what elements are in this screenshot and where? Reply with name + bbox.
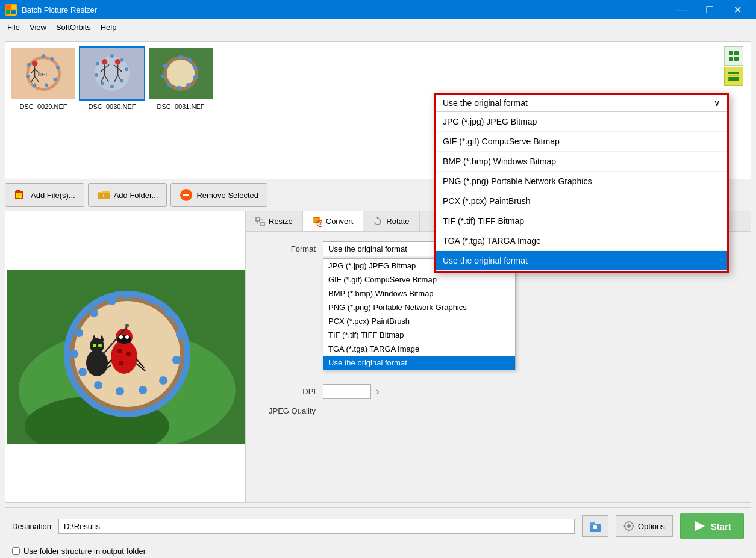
large-dd-item-2[interactable]: BMP (*.bmp) Windows Bitmap <box>436 152 727 172</box>
svg-rect-2 <box>6 10 10 14</box>
small-dropdown-list[interactable]: JPG (*.jpg) JPEG Bitmap GIF (*.gif) Comp… <box>323 258 516 370</box>
svg-rect-110 <box>256 217 260 221</box>
sidebar-right-icons <box>724 46 743 86</box>
svg-point-15 <box>51 57 54 61</box>
dpi-input[interactable] <box>323 384 371 399</box>
large-dd-item-4[interactable]: PCX (*.pcx) PaintBrush <box>436 191 727 211</box>
image-thumb-1[interactable]: DSC_0030.NEF <box>79 46 145 110</box>
svg-point-124 <box>628 521 630 523</box>
dd-item-5[interactable]: TIF (*.tif) TIFF Bitmap <box>323 328 515 342</box>
dd-item-4[interactable]: PCX (*.pcx) PaintBrush <box>323 314 515 328</box>
browse-button[interactable] <box>582 515 608 537</box>
svg-point-77 <box>147 296 155 304</box>
svg-point-48 <box>187 58 192 62</box>
image-thumb-0[interactable]: NEF <box>10 46 77 110</box>
svg-point-43 <box>96 62 99 66</box>
menu-view[interactable]: View <box>25 20 51 34</box>
menu-file[interactable]: File <box>2 20 25 34</box>
close-button[interactable]: ✕ <box>723 0 751 19</box>
svg-point-82 <box>139 386 147 394</box>
large-dd-item-3[interactable]: PNG (*.png) Portable Network Graphics <box>436 172 727 191</box>
large-dd-item-1[interactable]: GIF (*.gif) CompuServe Bitmap <box>436 132 727 152</box>
svg-rect-61 <box>728 75 739 76</box>
view-grid-btn[interactable] <box>724 46 743 66</box>
svg-point-47 <box>179 55 183 60</box>
title-bar-left: Batch Picture Resizer <box>5 4 97 16</box>
svg-point-50 <box>193 75 198 79</box>
start-button[interactable]: Start <box>680 513 744 539</box>
preview-area <box>5 211 246 503</box>
view-table-btn[interactable] <box>724 67 743 86</box>
svg-point-20 <box>26 75 30 78</box>
tab-resize[interactable]: Resize <box>246 211 303 231</box>
svg-point-37 <box>120 58 123 62</box>
svg-text:↺: ↺ <box>318 222 322 226</box>
title-bar: Batch Picture Resizer — ☐ ✕ <box>0 0 756 19</box>
svg-rect-66 <box>16 190 20 192</box>
svg-rect-0 <box>6 5 11 10</box>
svg-rect-1 <box>11 5 16 9</box>
dd-item-6[interactable]: TGA (*.tga) TARGA Image <box>323 342 515 356</box>
dd-item-1[interactable]: GIF (*.gif) CompuServe Bitmap <box>323 273 515 287</box>
title-bar-controls: — ☐ ✕ <box>668 0 751 19</box>
image-thumb-2[interactable]: DSC_0031.NEF <box>148 46 214 110</box>
svg-point-54 <box>161 74 166 78</box>
svg-point-102 <box>86 350 108 376</box>
svg-point-97 <box>119 361 123 365</box>
folder-structure-checkbox[interactable] <box>12 547 20 555</box>
svg-point-17 <box>53 78 57 81</box>
large-dd-item-5[interactable]: TIF (*.tif) TIFF Bitmap <box>436 211 727 231</box>
destination-input[interactable] <box>58 519 575 534</box>
tab-rotate[interactable]: Rotate <box>363 211 419 231</box>
dd-item-3[interactable]: PNG (*.png) Portable Network Graphics <box>323 300 515 314</box>
svg-point-125 <box>628 530 630 532</box>
svg-rect-3 <box>11 10 16 14</box>
format-selected-value: Use the original format <box>328 244 407 253</box>
tab-convert-label: Convert <box>326 217 354 226</box>
svg-point-42 <box>95 73 98 77</box>
svg-point-86 <box>70 350 78 358</box>
options-label: Options <box>638 522 665 531</box>
main-content: NEF <box>0 36 756 507</box>
svg-point-85 <box>78 368 87 376</box>
svg-point-83 <box>116 387 124 395</box>
options-button[interactable]: Options <box>616 515 673 537</box>
large-dd-item-7[interactable]: Use the original format <box>436 251 727 271</box>
large-dropdown-header[interactable]: Use the original format ∨ <box>436 95 727 112</box>
large-dd-item-0[interactable]: JPG (*.jpg) JPEG Bitmap <box>436 112 727 132</box>
bottom-section: Destination Options Start <box>0 507 756 558</box>
svg-rect-111 <box>261 222 264 226</box>
menu-help[interactable]: Help <box>96 20 122 34</box>
start-label: Start <box>711 521 731 532</box>
add-folder-button[interactable]: + Add Folder... <box>88 183 167 207</box>
dd-item-7[interactable]: Use the original format <box>323 356 515 370</box>
svg-text:+: + <box>19 194 22 200</box>
svg-point-14 <box>42 54 45 58</box>
format-label: Format <box>255 244 316 253</box>
menu-softorbits[interactable]: SoftOrbits <box>51 20 96 34</box>
svg-text:NEF: NEF <box>37 71 49 78</box>
large-dropdown-overlay: Use the original format ∨ JPG (*.jpg) JP… <box>434 93 729 273</box>
svg-point-87 <box>75 329 83 337</box>
svg-point-53 <box>167 83 171 87</box>
svg-point-109 <box>125 324 129 327</box>
svg-point-30 <box>115 59 121 65</box>
svg-rect-58 <box>729 57 733 61</box>
svg-rect-62 <box>728 77 739 79</box>
jpeg-quality-label: JPEG Quality <box>255 406 316 415</box>
svg-point-107 <box>98 344 102 347</box>
bottom-bar: Destination Options Start <box>5 507 751 544</box>
tab-convert[interactable]: ↺ Convert <box>303 211 364 231</box>
folder-structure-row: Use folder structure in output folder <box>5 544 751 558</box>
remove-selected-button[interactable]: Remove Selected <box>170 183 267 207</box>
minimize-button[interactable]: — <box>668 0 696 19</box>
maximize-button[interactable]: ☐ <box>696 0 723 19</box>
add-files-icon: + <box>14 188 27 202</box>
dd-item-2[interactable]: BMP (*.bmp) Windows Bitmap <box>323 287 515 300</box>
add-files-button[interactable]: + Add File(s)... <box>5 183 84 207</box>
large-dd-item-6[interactable]: TGA (*.tga) TARGA Image <box>436 231 727 251</box>
svg-point-89 <box>108 297 116 305</box>
svg-point-84 <box>94 381 102 389</box>
svg-point-76 <box>123 291 131 299</box>
svg-point-49 <box>193 66 198 70</box>
